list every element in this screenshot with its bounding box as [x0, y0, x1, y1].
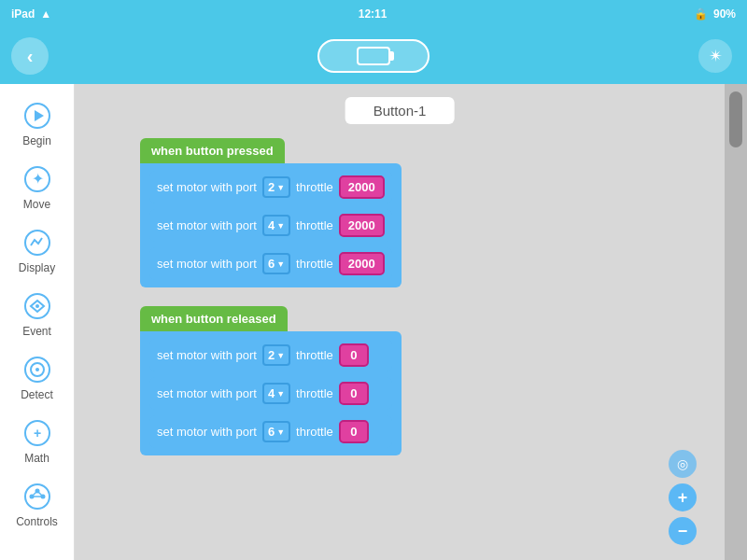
- event-block-pressed[interactable]: when button pressed: [140, 138, 285, 163]
- minus-icon: −: [678, 522, 688, 541]
- back-arrow-icon: ‹: [27, 46, 34, 67]
- block-group-released: when button released set motor with port…: [140, 306, 402, 455]
- canvas-area: Button-1 when button pressed set motor w…: [75, 84, 725, 560]
- sidebar-item-controls[interactable]: Controls: [6, 474, 69, 534]
- throttle-label-p3: throttle: [296, 257, 333, 271]
- block-container-pressed: set motor with port 2 ▼ throttle 2000 se…: [140, 163, 402, 287]
- sidebar-item-display[interactable]: Display: [6, 220, 69, 280]
- value-box-r2[interactable]: 0: [339, 382, 369, 405]
- time-label: 12:11: [359, 7, 388, 21]
- zoom-controls: ◎ + −: [669, 450, 697, 545]
- value-box-p1[interactable]: 2000: [339, 175, 385, 199]
- sidebar-move-label: Move: [23, 198, 50, 211]
- dropdown-arrow-r3: ▼: [276, 427, 285, 437]
- port-dropdown-p2[interactable]: 4 ▼: [262, 215, 290, 236]
- battery-label: 90%: [713, 7, 736, 21]
- throttle-label-r1: throttle: [296, 348, 333, 362]
- sidebar-item-begin[interactable]: Begin: [6, 93, 69, 153]
- port-dropdown-r1[interactable]: 2 ▼: [262, 344, 290, 366]
- main-layout: Begin ✦ Move Display: [0, 84, 747, 560]
- zoom-in-button[interactable]: +: [669, 483, 697, 511]
- math-icon: +: [21, 417, 53, 449]
- motor-text-p1: set motor with port: [157, 180, 257, 194]
- sidebar-controls-label: Controls: [16, 515, 58, 528]
- motor-text-r1: set motor with port: [157, 348, 257, 362]
- motor-block-pressed-1: set motor with port 2 ▼ throttle 2000: [149, 171, 392, 203]
- top-bar: ‹ ✴: [0, 28, 747, 84]
- port-dropdown-p1[interactable]: 2 ▼: [262, 176, 290, 198]
- sidebar: Begin ✦ Move Display: [0, 84, 75, 560]
- sidebar-math-label: Math: [24, 452, 49, 465]
- zoom-target-button[interactable]: ◎: [669, 450, 697, 478]
- svg-line-18: [37, 491, 43, 497]
- sidebar-begin-label: Begin: [22, 134, 51, 147]
- motor-block-released-1: set motor with port 2 ▼ throttle 0: [149, 339, 392, 371]
- throttle-label-r2: throttle: [296, 386, 333, 400]
- right-scroll-panel: [725, 84, 747, 560]
- svg-line-17: [32, 491, 37, 497]
- port-dropdown-p3[interactable]: 6 ▼: [262, 253, 290, 274]
- block-container-released: set motor with port 2 ▼ throttle 0 set m…: [140, 331, 402, 455]
- dropdown-arrow-r1: ▼: [276, 351, 285, 360]
- device-button[interactable]: [317, 39, 430, 73]
- motor-block-pressed-3: set motor with port 6 ▼ throttle 2000: [149, 247, 392, 280]
- sidebar-item-math[interactable]: + Math: [6, 411, 69, 470]
- status-right: 🔒 90%: [694, 7, 736, 21]
- motor-text-r2: set motor with port: [157, 386, 257, 400]
- move-icon: ✦: [21, 163, 53, 195]
- detect-icon: [21, 354, 53, 385]
- ipad-label: iPad: [11, 7, 35, 21]
- svg-point-7: [35, 304, 39, 308]
- scroll-handle[interactable]: [729, 91, 742, 147]
- status-left: iPad ▲: [11, 7, 51, 21]
- device-icon: [357, 47, 390, 65]
- event-icon: [21, 290, 53, 322]
- motor-text-r3: set motor with port: [157, 425, 257, 439]
- wifi-icon: ▲: [40, 7, 51, 21]
- lock-icon: 🔒: [694, 7, 708, 21]
- target-icon: ◎: [677, 456, 688, 471]
- sidebar-item-detect[interactable]: Detect: [6, 347, 69, 407]
- svg-marker-1: [35, 110, 44, 121]
- throttle-label-r3: throttle: [296, 425, 333, 439]
- motor-text-p2: set motor with port: [157, 218, 257, 232]
- port-dropdown-r2[interactable]: 4 ▼: [262, 383, 290, 404]
- dropdown-arrow-p3: ▼: [276, 259, 285, 269]
- zoom-out-button[interactable]: −: [669, 517, 697, 545]
- dropdown-arrow-p2: ▼: [276, 221, 285, 231]
- button-label: Button-1: [345, 97, 455, 124]
- value-box-p2[interactable]: 2000: [339, 214, 385, 237]
- plus-icon: +: [678, 488, 688, 508]
- port-dropdown-r3[interactable]: 6 ▼: [262, 421, 290, 442]
- block-group-pressed: when button pressed set motor with port …: [140, 138, 402, 287]
- sidebar-detect-label: Detect: [21, 388, 53, 401]
- sidebar-item-event[interactable]: Event: [6, 284, 69, 343]
- svg-point-10: [35, 368, 39, 371]
- svg-text:✦: ✦: [31, 171, 43, 187]
- display-icon: [21, 227, 53, 259]
- motor-block-released-3: set motor with port 6 ▼ throttle 0: [149, 415, 392, 448]
- sidebar-display-label: Display: [19, 261, 55, 274]
- value-box-r3[interactable]: 0: [339, 420, 369, 443]
- value-box-p3[interactable]: 2000: [339, 252, 385, 275]
- back-button[interactable]: ‹: [11, 37, 49, 75]
- bluetooth-button[interactable]: ✴: [698, 39, 732, 73]
- motor-block-released-2: set motor with port 4 ▼ throttle 0: [149, 377, 392, 410]
- event-block-released[interactable]: when button released: [140, 306, 288, 331]
- sidebar-event-label: Event: [22, 325, 51, 338]
- dropdown-arrow-p1: ▼: [276, 183, 285, 192]
- dropdown-arrow-r2: ▼: [276, 389, 285, 399]
- bluetooth-icon: ✴: [709, 46, 723, 66]
- throttle-label-p2: throttle: [296, 218, 333, 232]
- motor-text-p3: set motor with port: [157, 257, 257, 271]
- value-box-r1[interactable]: 0: [339, 343, 369, 367]
- throttle-label-p1: throttle: [296, 180, 333, 194]
- svg-text:+: +: [33, 426, 40, 441]
- motor-block-pressed-2: set motor with port 4 ▼ throttle 2000: [149, 209, 392, 242]
- sidebar-item-move[interactable]: ✦ Move: [6, 157, 69, 217]
- play-icon: [21, 100, 53, 132]
- status-bar: iPad ▲ 12:11 🔒 90%: [0, 0, 747, 28]
- controls-icon: [21, 481, 53, 512]
